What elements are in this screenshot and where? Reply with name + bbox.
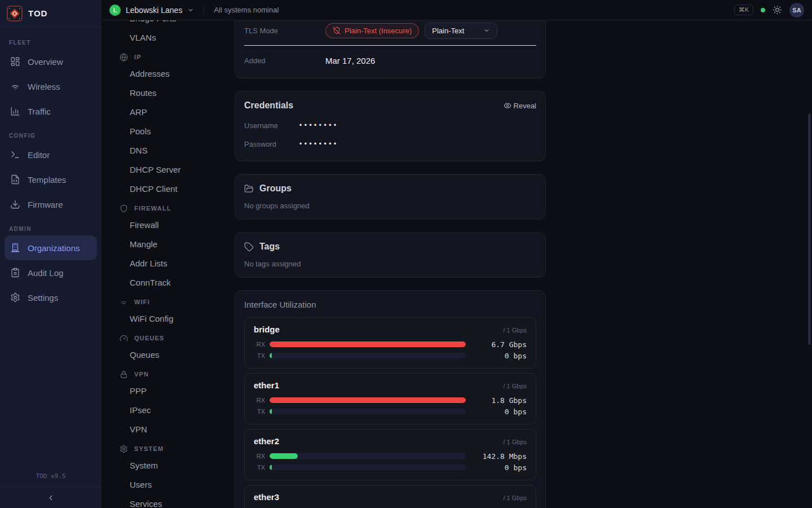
rx-bar-fill xyxy=(270,397,466,403)
user-avatar[interactable]: SA xyxy=(789,3,804,17)
subnav-item-vlans[interactable]: VLANs xyxy=(120,28,235,47)
shield-off-icon xyxy=(333,27,341,34)
topbar-right: ⌘K SA xyxy=(734,3,804,17)
sidebar-item-editor[interactable]: Editor xyxy=(5,142,97,167)
sidebar-item-settings[interactable]: Settings xyxy=(5,285,97,310)
username-row: Username •••••••• xyxy=(244,117,536,133)
tx-value: 0 bps xyxy=(470,352,527,360)
credentials-card: Credentials Reveal Username •••••••• Pas… xyxy=(235,91,546,161)
tls-insecure-badge[interactable]: Plain-Text (Insecure) xyxy=(325,23,419,38)
subnav-item-conntrack[interactable]: ConnTrack xyxy=(120,273,235,292)
sidebar-item-audit-log[interactable]: Audit Log xyxy=(5,260,97,285)
tags-empty-text: No tags assigned xyxy=(244,260,536,268)
section-label-config: CONFIG xyxy=(5,124,97,142)
sidebar-item-wireless[interactable]: Wireless xyxy=(5,74,97,99)
credentials-title: Credentials xyxy=(244,100,293,111)
org-switcher[interactable]: L Lebowski Lanes xyxy=(109,5,194,16)
sidebar-item-label: Organizations xyxy=(28,243,80,253)
sun-icon xyxy=(773,5,782,15)
tx-bar-fill xyxy=(270,465,272,470)
password-masked-value: •••••••• xyxy=(299,140,339,148)
building-icon xyxy=(10,243,20,253)
sidebar-item-firmware[interactable]: Firmware xyxy=(5,192,97,217)
rx-bar-row: RX 1.8 Gbps xyxy=(254,395,527,406)
section-label-fleet: FLEET xyxy=(5,30,97,49)
wifi-icon xyxy=(10,81,20,91)
interface-row-ether2: ether2 / 1 Gbps RX 142.8 Mbps TX 0 bps xyxy=(244,429,536,480)
subnav-item-dns[interactable]: DNS xyxy=(120,141,235,160)
groups-empty-text: No groups assigned xyxy=(244,202,536,210)
subnav-item-addresses[interactable]: Addresses xyxy=(120,64,235,83)
subnav-item-mangle[interactable]: Mangle xyxy=(120,234,235,253)
row-divider xyxy=(244,45,536,46)
command-palette-shortcut[interactable]: ⌘K xyxy=(734,5,753,15)
subnav-item-bridge-ports[interactable]: Bridge Ports xyxy=(120,20,235,28)
username-masked-value: •••••••• xyxy=(299,121,339,129)
rx-bar-track xyxy=(270,341,466,347)
rx-bar-fill xyxy=(270,341,466,347)
download-icon xyxy=(10,199,20,209)
subnav-item-wifi-config[interactable]: WiFi Config xyxy=(120,309,235,328)
rx-bar-fill xyxy=(270,453,298,459)
app-version: TOD v9.5 xyxy=(0,469,102,487)
theme-toggle-button[interactable] xyxy=(773,5,782,15)
added-value: Mar 17, 2026 xyxy=(325,56,375,65)
subnav-item-dhcp-client[interactable]: DHCP Client xyxy=(120,179,235,198)
section-label-admin: ADMIN xyxy=(5,217,97,235)
detail-panel: TLS Mode Plain-Text (Insecure) Plain-Tex… xyxy=(235,20,812,508)
tx-bar-track xyxy=(270,353,466,358)
subnav-item-firewall[interactable]: Firewall xyxy=(120,215,235,234)
password-label: Password xyxy=(244,140,299,148)
tags-card: Tags No tags assigned xyxy=(235,232,546,278)
device-subnav: Bridge Ports VLANs IP Addresses Routes A… xyxy=(102,20,235,508)
brand-header: TOD xyxy=(0,0,102,27)
sidebar-collapse-button[interactable] xyxy=(0,487,102,508)
subnav-item-ppp[interactable]: PPP xyxy=(120,381,235,400)
interface-capacity: / 1 Gbps xyxy=(503,327,527,334)
sidebar-item-traffic[interactable]: Traffic xyxy=(5,99,97,124)
tx-bar-row: TX 0 bps xyxy=(254,462,527,473)
tls-mode-select[interactable]: Plain-Text xyxy=(425,23,497,39)
groups-title: Groups xyxy=(259,183,292,194)
interface-name: ether3 xyxy=(254,492,279,502)
sidebar-item-label: Editor xyxy=(28,150,50,160)
sidebar-item-label: Templates xyxy=(28,175,66,185)
interface-utilization-card: Interface Utilization bridge / 1 Gbps RX… xyxy=(235,290,546,508)
primary-sidebar: TOD FLEET Overview Wireless Traffic CONF… xyxy=(0,0,102,508)
rx-bar-track xyxy=(270,397,466,403)
rx-value: 6.7 Gbps xyxy=(470,340,527,349)
sidebar-item-organizations[interactable]: Organizations xyxy=(5,235,97,260)
rx-value: 1.8 Gbps xyxy=(470,396,527,405)
gauge-icon xyxy=(120,334,128,343)
chevron-down-icon xyxy=(187,7,194,14)
globe-icon xyxy=(120,53,128,62)
wifi-icon xyxy=(120,298,128,306)
subnav-item-arp[interactable]: ARP xyxy=(120,102,235,121)
subnav-item-pools[interactable]: Pools xyxy=(120,121,235,141)
subnav-item-queues[interactable]: Queues xyxy=(120,345,235,364)
eye-icon xyxy=(504,102,511,110)
added-row: Added Mar 17, 2026 xyxy=(244,52,536,69)
subnav-item-dhcp-server[interactable]: DHCP Server xyxy=(120,160,235,179)
tls-mode-label: TLS Mode xyxy=(244,27,325,35)
subnav-item-system[interactable]: System xyxy=(120,456,235,475)
rx-bar-row: RX 142.8 Mbps xyxy=(254,450,527,462)
interface-utilization-title: Interface Utilization xyxy=(244,300,536,309)
interface-capacity: / 1 Gbps xyxy=(503,383,527,389)
subnav-item-users[interactable]: Users xyxy=(120,475,235,494)
subnav-item-vpn[interactable]: VPN xyxy=(120,419,235,439)
subnav-item-addr-lists[interactable]: Addr Lists xyxy=(120,253,235,273)
username-label: Username xyxy=(244,121,299,130)
subnav-item-routes[interactable]: Routes xyxy=(120,83,235,102)
rx-bar-track xyxy=(270,453,466,459)
interface-row-ether3: ether3 / 1 Gbps RX 384.1 Mbps TX 578.8 M… xyxy=(244,485,536,508)
interface-name: ether1 xyxy=(254,380,279,390)
subnav-item-services[interactable]: Services xyxy=(120,494,235,508)
sidebar-item-templates[interactable]: Templates xyxy=(5,167,97,192)
system-status-text: All systems nominal xyxy=(214,6,279,14)
subnav-item-ipsec[interactable]: IPsec xyxy=(120,400,235,419)
tx-bar-fill xyxy=(270,353,272,358)
reveal-credentials-button[interactable]: Reveal xyxy=(504,102,536,110)
sidebar-item-overview[interactable]: Overview xyxy=(5,49,97,74)
scrollbar-thumb[interactable] xyxy=(808,113,811,345)
